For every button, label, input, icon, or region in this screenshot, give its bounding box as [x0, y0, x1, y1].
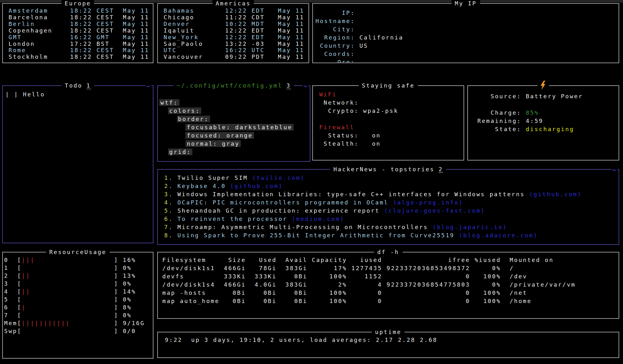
story-domain-link: (blog.japaric.io): [433, 224, 507, 230]
story-domain-link: (medium.com): [292, 215, 345, 222]
story-rank: 8.: [164, 232, 178, 239]
meter-value: ] 0%: [22, 280, 132, 287]
meter-row: 7 [ ] 0%: [4, 311, 153, 319]
battery-row-label: State:: [469, 126, 526, 132]
config-code: focused: orange: [185, 132, 254, 139]
config-code: colors:: [168, 107, 201, 114]
meter-value: ] 8%: [26, 304, 132, 311]
todo-item[interactable]: | | Hello: [5, 90, 153, 99]
uptime-info: 9:22 up 3 days, 19:10, 2 users, load ave…: [158, 332, 619, 357]
config-indent: [159, 132, 185, 139]
uptime-text: 9:22 up 3 days, 19:10, 2 users, load ave…: [160, 336, 619, 344]
config-line: focusable: darkslateblue: [159, 123, 310, 131]
ip-field-label: IP:: [315, 9, 355, 16]
story-rank: 1.: [164, 174, 178, 181]
story-rank: 3.: [164, 191, 178, 197]
clock-row: Iqaluit 12:22 EDT May 11: [164, 27, 308, 34]
security-line: Network:: [315, 99, 464, 107]
meter-value: ] 0/0: [22, 328, 136, 334]
meter-bars: ||: [22, 272, 31, 279]
todo-list: | | Hello: [3, 86, 153, 243]
meter-bars: |||: [22, 257, 35, 263]
ip-field-label: City:: [315, 26, 355, 33]
battery-row-value: discharging: [526, 126, 574, 132]
config-code: wtf:: [159, 99, 179, 106]
story-item[interactable]: 2. Keybase 4.0 (github.com): [164, 182, 619, 190]
clock-row: Bahamas 12:22 EDT May 11: [164, 8, 308, 14]
battery-row: Source: Battery Power: [469, 92, 619, 100]
clock-row: London 17:22 BST May 11: [9, 41, 153, 47]
config-code: border:: [177, 116, 210, 122]
staying-safe-panel: Staying safe WiFi Network: Crypto: wpa2-…: [312, 85, 464, 161]
meter-bars: |||||||||||: [22, 320, 70, 326]
ip-field-value: [355, 51, 359, 57]
meter-row: 2 [|| ] 13%: [4, 272, 153, 280]
ip-field-label: Hostname:: [315, 18, 355, 24]
clock-row: Amsterdam 18:22 CEST May 11: [9, 8, 153, 14]
ip-field-row: Region: California: [315, 33, 619, 42]
config-line: wtf:: [159, 99, 310, 107]
meter-row: Swp[ ] 0/0: [4, 327, 153, 335]
story-domain-link: (twilio.com): [252, 174, 305, 181]
meter-label: 4 [: [4, 288, 22, 295]
story-domain-link: (github.com): [230, 183, 283, 189]
meter-value: ] 0%: [22, 296, 132, 303]
security-line: Firewall: [315, 123, 464, 131]
uptime-panel: uptime 9:22 up 3 days, 19:10, 2 users, l…: [157, 332, 619, 358]
config-line: focused: orange: [159, 131, 310, 140]
ip-field-value: [355, 18, 359, 24]
clock-row: Denver 10:22 MDT May 11: [164, 21, 308, 27]
config-line: normal: gray: [159, 140, 310, 148]
todo-panel: Todo1 … | | Hello: [2, 85, 153, 243]
story-title: Shenandoah GC in production: experience …: [178, 207, 384, 214]
battery-row-label: Source:: [469, 93, 526, 100]
config-line: border:: [159, 115, 310, 123]
ip-field-row: Org:: [315, 58, 619, 63]
ip-field-value: [355, 59, 359, 63]
hackernews-story-list: 1. Twilio Super SIM (twilio.com)2. Keyba…: [158, 170, 619, 244]
clock-row: Vancouver 09:22 PDT May 11: [164, 54, 308, 60]
meter-label: 7 [: [4, 312, 22, 318]
story-item[interactable]: 7. Microamp: Asymmetric Multi-Processing…: [164, 223, 619, 231]
meter-label: 0 [: [4, 257, 22, 263]
staying-safe-info: WiFi Network: Crypto: wpa2-psk Firewall …: [313, 86, 464, 160]
ip-field-value: [355, 9, 359, 16]
meter-value: ] 13%: [30, 272, 136, 279]
meter-label: 5 [: [4, 296, 22, 303]
story-rank: 6.: [164, 215, 178, 222]
meter-row: 4 [|| ] 14%: [4, 288, 153, 295]
ip-field-value: [355, 26, 359, 33]
clock-row: GMT 16:22 GMT May 11: [9, 34, 153, 41]
story-title: OCaPIC: PIC microcontrollers programmed …: [178, 199, 393, 206]
meter-label: 3 [: [4, 280, 22, 287]
europe-clock-list: Amsterdam 18:22 CEST May 11Barcelona 18:…: [3, 4, 153, 63]
ip-field-row: Coords:: [315, 50, 619, 58]
meter-value: ] 0%: [22, 264, 132, 271]
meter-value: ] 14%: [30, 288, 136, 295]
hackernews-panel: HackerNews - topstories2 … 1. Twilio Sup…: [157, 169, 619, 245]
battery-row: Charge: 85%: [469, 109, 619, 117]
meter-label: 2 [: [4, 272, 22, 279]
meter-row: 0 [||| ] 16%: [4, 256, 153, 264]
story-item[interactable]: 5. Shenandoah GC in production: experien…: [164, 207, 619, 215]
security-line: WiFi: [315, 90, 464, 99]
config-code: focusable: darkslateblue: [185, 124, 294, 130]
ip-field-label: Country:: [315, 42, 355, 49]
meter-row: 6 [| ] 8%: [4, 303, 153, 311]
clock-row: Stockholm 18:22 CEST May 11: [9, 54, 153, 60]
story-item[interactable]: 8. Using Spark to Prove 255-Bit Integer …: [164, 231, 619, 240]
story-item[interactable]: 6. To reinvent the processor (medium.com…: [164, 215, 619, 223]
meter-value: ] 9/16G: [70, 320, 145, 326]
story-item[interactable]: 3. Windows Implementation Libraries: typ…: [164, 190, 619, 198]
config-code: normal: gray: [185, 140, 241, 147]
story-title: Twilio Super SIM: [178, 174, 252, 181]
resource-usage-panel: ResourceUsage 0 [||| ] 16%1 [ ] 0%2 [|| …: [2, 252, 153, 359]
story-item[interactable]: 4. OCaPIC: PIC microcontrollers programm…: [164, 198, 619, 207]
security-line: [315, 115, 464, 123]
story-title: Using Spark to Prove 255-Bit Integer Ari…: [178, 232, 459, 239]
battery-row: State: discharging: [469, 125, 619, 133]
security-line: Crypto: wpa2-psk: [315, 107, 464, 115]
meter-row: 5 [ ] 0%: [4, 295, 153, 303]
story-item[interactable]: 1. Twilio Super SIM (twilio.com): [164, 174, 619, 182]
ip-field-value: California: [355, 34, 403, 41]
